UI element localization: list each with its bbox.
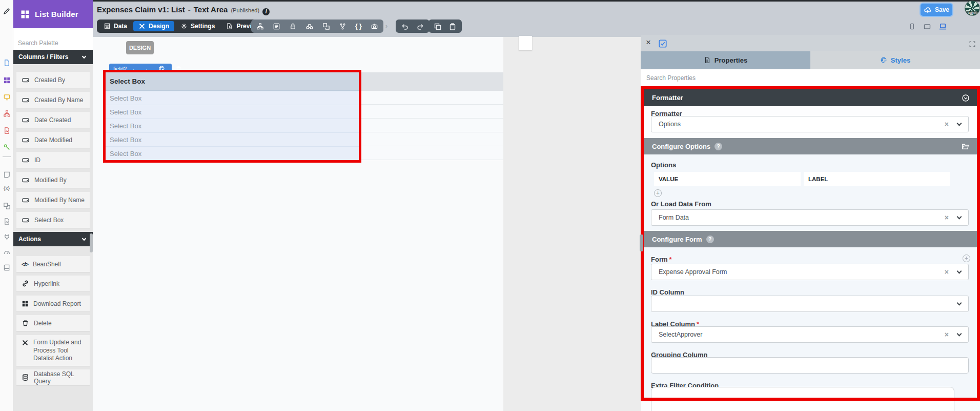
desktop-preview-icon[interactable] [938,22,947,31]
list-builder-icon[interactable] [3,75,11,84]
field-ids-icon[interactable] [273,22,280,31]
tab-settings[interactable]: Settings [175,21,220,31]
copy-icon[interactable] [434,22,442,31]
expand-panel-icon[interactable] [969,39,976,48]
close-icon[interactable]: × [646,37,651,48]
userview-builder-icon[interactable] [3,92,11,101]
action-item-beanshell[interactable]: </>BeanShell [16,256,90,272]
translate-icon[interactable] [3,201,11,209]
action-item-database-sql-query[interactable]: Database SQL Query [16,369,90,385]
help-icon[interactable]: ? [706,236,714,243]
tab-properties-label: Properties [714,56,747,64]
form-select[interactable]: Expense Approval Form × [651,264,969,280]
tab-design[interactable]: Design [133,21,174,31]
clear-icon[interactable]: × [945,268,949,276]
palette-sidebar: List Builder Columns / Filters Created B… [13,0,93,411]
collapse-section-icon[interactable] [962,93,970,102]
configure-options-header[interactable]: Configure Options ? [644,138,977,154]
grouping-column-input[interactable] [651,357,969,374]
selected-column-select-box[interactable]: Select Box Select Box Select Box Select … [103,70,361,163]
id-column-select[interactable] [651,296,969,312]
action-item-delete[interactable]: Delete [16,315,90,331]
palette-item-id[interactable]: ID [16,152,90,168]
undo-icon[interactable] [401,22,409,31]
performance-icon[interactable] [3,247,11,256]
table-row: Select Box [106,91,359,105]
variables-icon[interactable]: {x} [3,186,11,194]
add-option-icon[interactable]: + [654,189,662,197]
form-builder-icon[interactable] [3,58,11,66]
action-item-form-update[interactable]: Form Update and Process Tool Datalist Ac… [16,335,90,366]
plugin-icon[interactable] [3,232,11,240]
json-braces-icon[interactable]: { } [355,23,362,30]
rail-divider [3,156,11,157]
device-preview-switcher [908,22,947,31]
guide-icon[interactable] [3,263,11,271]
configure-form-header[interactable]: Configure Form ? [644,231,977,247]
properties-search-input[interactable] [641,69,980,86]
toolbar-collapse-icon[interactable]: › [385,23,387,30]
action-item-download-report[interactable]: Download Report [16,296,90,311]
clear-icon[interactable]: × [945,330,949,339]
clear-icon[interactable]: × [945,213,949,222]
palette-search-input[interactable] [13,28,93,50]
tab-data[interactable]: Data [98,21,132,31]
find-binoculars-icon[interactable] [305,22,314,31]
process-builder-icon[interactable] [3,109,11,117]
column-drive-icon [22,76,30,84]
avatar[interactable]: admin [965,1,980,16]
key-icon[interactable] [3,142,11,150]
permission-lock-icon[interactable] [289,22,297,31]
palette-item-modified-by[interactable]: Modified By [16,172,90,188]
formatter-section-header[interactable]: Formatter [644,89,977,106]
mobile-preview-icon[interactable] [908,22,916,31]
apply-check-icon[interactable] [658,38,667,48]
design-canvas[interactable]: DESIGN field2 ← → Select Box Select Box … [93,37,503,411]
palette-item-label: Date Created [34,116,71,124]
redo-icon[interactable] [416,22,424,31]
formatter-select-value: Options [659,121,681,128]
empty-row [361,119,503,132]
red-highlight-border [641,86,980,89]
columns-filters-section-header[interactable]: Columns / Filters [13,50,93,64]
paste-icon[interactable] [448,22,457,31]
add-form-icon[interactable]: + [963,255,970,262]
label-column-select[interactable]: SelectApprover × [651,326,969,343]
palette-item-select-box[interactable]: Select Box [16,212,90,228]
options-value-column-header: VALUE [654,172,801,186]
action-item-label: Hyperlink [34,280,59,287]
page-title: Expenses Claim v1: List [97,5,185,14]
action-item-label: Download Report [33,300,81,307]
save-button[interactable]: Save [920,3,953,17]
palette-item-date-modified[interactable]: Date Modified [16,132,90,148]
notes-icon[interactable] [3,170,11,178]
folder-open-icon[interactable] [961,142,970,151]
screenshot-camera-icon[interactable] [371,22,378,31]
formatter-select[interactable]: Options × [651,116,969,132]
translate-icon[interactable] [322,22,330,31]
help-icon[interactable]: ? [714,143,722,150]
palette-item-modified-by-name[interactable]: Modified By Name [16,192,90,208]
palette-item-created-by[interactable]: Created By [16,72,90,88]
builder-tools-group: { } [251,19,383,33]
tab-properties[interactable]: Properties [641,51,810,69]
report-icon[interactable] [3,126,11,134]
git-fork-icon[interactable] [339,22,346,31]
log-file-icon[interactable] [3,217,11,225]
empty-row [361,146,503,160]
tab-styles[interactable]: Styles [810,51,980,69]
tablet-preview-icon[interactable] [923,22,931,31]
app-brand: List Builder [13,0,93,28]
palette-item-date-created[interactable]: Date Created [16,112,90,128]
actions-section-header[interactable]: Actions [13,232,93,246]
panel-resize-handle[interactable] [640,234,643,251]
table-row: Select Box [106,119,359,132]
clear-icon[interactable]: × [945,120,949,128]
empty-row [361,132,503,146]
action-item-hyperlink[interactable]: Hyperlink [16,276,90,291]
load-data-from-select[interactable]: Form Data × [651,209,969,226]
edit-icon[interactable] [3,6,11,14]
info-icon[interactable]: i [262,8,270,15]
structure-tree-icon[interactable] [256,22,264,31]
palette-item-created-by-name[interactable]: Created By Name [16,92,90,108]
